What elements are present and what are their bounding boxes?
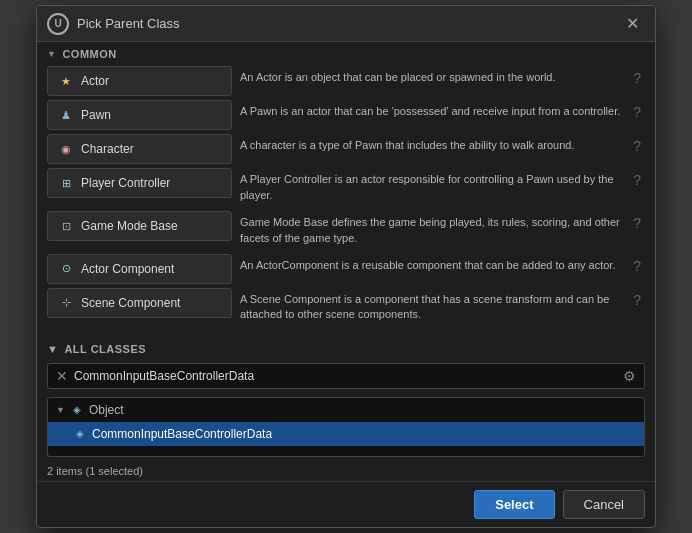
status-text: 2 items (1 selected) <box>47 465 143 477</box>
scene-component-help-icon[interactable]: ? <box>629 288 645 312</box>
actor-component-icon: ⊙ <box>58 261 74 277</box>
actor-component-description: An ActorComponent is a reusable componen… <box>240 254 621 277</box>
common-class-list: ★ Actor An Actor is an object that can b… <box>37 64 655 328</box>
all-classes-section-header: ▼ ALL CLASSES <box>37 335 655 359</box>
common-section-label: COMMON <box>62 48 116 60</box>
player-controller-help-icon[interactable]: ? <box>629 168 645 192</box>
actor-icon: ★ <box>58 73 74 89</box>
pawn-label: Pawn <box>81 108 111 122</box>
game-mode-base-label: Game Mode Base <box>81 219 178 233</box>
actor-help-icon[interactable]: ? <box>629 66 645 90</box>
close-button[interactable]: ✕ <box>620 12 645 35</box>
search-input[interactable] <box>74 369 617 383</box>
all-classes-arrow-icon: ▼ <box>47 343 58 355</box>
scene-component-button[interactable]: ⊹ Scene Component <box>47 288 232 318</box>
pawn-help-icon[interactable]: ? <box>629 100 645 124</box>
actor-component-help-icon[interactable]: ? <box>629 254 645 278</box>
search-row: ✕ ⚙ <box>47 363 645 389</box>
pawn-description: A Pawn is an actor that can be 'possesse… <box>240 100 621 123</box>
player-controller-icon: ⊞ <box>58 175 74 191</box>
actor-description: An Actor is an object that can be placed… <box>240 66 621 89</box>
common-arrow-icon: ▼ <box>47 49 56 59</box>
class-item-character: ◉ Character A character is a type of Paw… <box>47 132 645 166</box>
cancel-button[interactable]: Cancel <box>563 490 645 519</box>
all-classes-section-label: ALL CLASSES <box>64 343 146 355</box>
search-clear-icon[interactable]: ✕ <box>56 368 68 384</box>
game-mode-base-icon: ⊡ <box>58 218 74 234</box>
class-item-player-controller: ⊞ Player Controller A Player Controller … <box>47 166 645 209</box>
title-bar: U Pick Parent Class ✕ <box>37 6 655 42</box>
scene-component-label: Scene Component <box>81 296 180 310</box>
select-button[interactable]: Select <box>474 490 554 519</box>
class-tree: ▼ ◈ Object ◈ CommonInputBaseControllerDa… <box>47 397 645 457</box>
class-item-scene-component: ⊹ Scene Component A Scene Component is a… <box>47 286 645 329</box>
game-mode-base-help-icon[interactable]: ? <box>629 211 645 235</box>
player-controller-button[interactable]: ⊞ Player Controller <box>47 168 232 198</box>
character-icon: ◉ <box>58 141 74 157</box>
settings-icon[interactable]: ⚙ <box>623 368 636 384</box>
game-mode-base-button[interactable]: ⊡ Game Mode Base <box>47 211 232 241</box>
title-bar-left: U Pick Parent Class <box>47 13 180 35</box>
actor-component-label: Actor Component <box>81 262 174 276</box>
player-controller-description: A Player Controller is an actor responsi… <box>240 168 621 207</box>
actor-button[interactable]: ★ Actor <box>47 66 232 96</box>
player-controller-label: Player Controller <box>81 176 170 190</box>
pawn-icon: ♟ <box>58 107 74 123</box>
pawn-button[interactable]: ♟ Pawn <box>47 100 232 130</box>
scene-component-icon: ⊹ <box>58 295 74 311</box>
class-item-game-mode-base: ⊡ Game Mode Base Game Mode Base defines … <box>47 209 645 252</box>
character-label: Character <box>81 142 134 156</box>
tree-object-arrow-icon: ▼ <box>56 405 65 415</box>
actor-label: Actor <box>81 74 109 88</box>
tree-row-object[interactable]: ▼ ◈ Object <box>48 398 644 422</box>
tree-selected-item-icon: ◈ <box>72 426 88 442</box>
actor-component-button[interactable]: ⊙ Actor Component <box>47 254 232 284</box>
character-button[interactable]: ◉ Character <box>47 134 232 164</box>
class-item-pawn: ♟ Pawn A Pawn is an actor that can be 'p… <box>47 98 645 132</box>
dialog-title: Pick Parent Class <box>77 16 180 31</box>
tree-selected-item-label: CommonInputBaseControllerData <box>92 427 272 441</box>
character-description: A character is a type of Pawn that inclu… <box>240 134 621 157</box>
status-bar: 2 items (1 selected) <box>37 461 655 481</box>
action-bar: Select Cancel <box>37 481 655 527</box>
common-section-header: ▼ COMMON <box>37 42 655 64</box>
character-help-icon[interactable]: ? <box>629 134 645 158</box>
tree-object-label: Object <box>89 403 124 417</box>
pick-parent-class-dialog: U Pick Parent Class ✕ ▼ COMMON ★ Actor A… <box>36 5 656 527</box>
tree-row-selected-item[interactable]: ◈ CommonInputBaseControllerData <box>48 422 644 446</box>
tree-object-icon: ◈ <box>69 402 85 418</box>
class-item-actor: ★ Actor An Actor is an object that can b… <box>47 64 645 98</box>
ue-logo: U <box>47 13 69 35</box>
class-item-actor-component: ⊙ Actor Component An ActorComponent is a… <box>47 252 645 286</box>
game-mode-base-description: Game Mode Base defines the game being pl… <box>240 211 621 250</box>
scene-component-description: A Scene Component is a component that ha… <box>240 288 621 327</box>
